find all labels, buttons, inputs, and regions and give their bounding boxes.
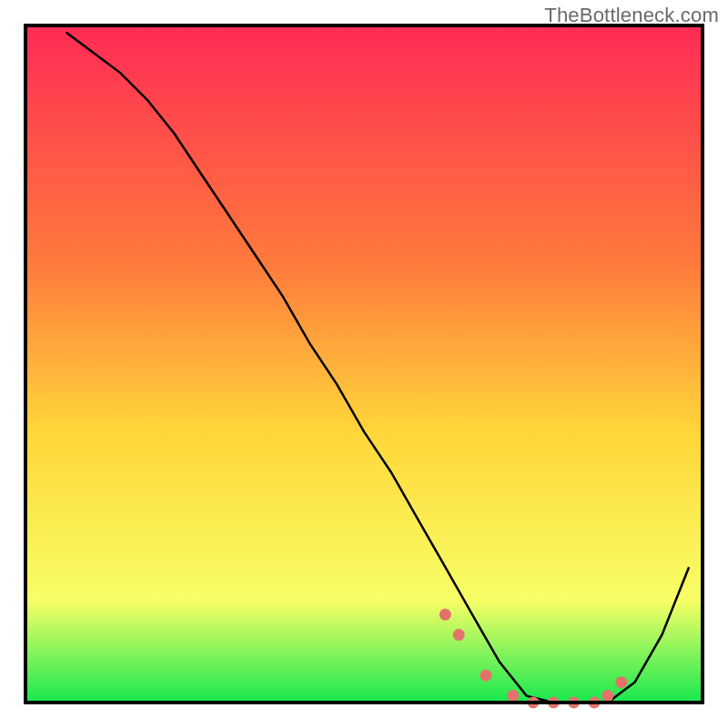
bottleneck-chart xyxy=(0,0,728,728)
marker-point xyxy=(453,629,465,641)
marker-point xyxy=(480,670,491,682)
marker-point xyxy=(507,690,519,702)
marker-point xyxy=(602,690,613,702)
marker-point xyxy=(440,609,451,621)
marker-point xyxy=(615,676,627,688)
chart-stage: TheBottleneck.com xyxy=(0,0,728,728)
gradient-background xyxy=(25,25,703,703)
